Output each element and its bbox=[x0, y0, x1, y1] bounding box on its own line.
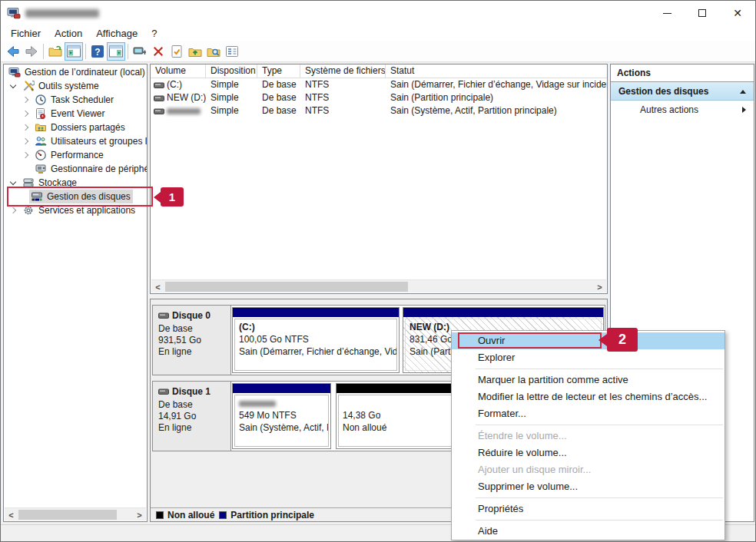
menu-action[interactable]: Action bbox=[48, 25, 89, 41]
show-console-tree-icon[interactable] bbox=[65, 42, 83, 61]
volume-layout: Simple bbox=[206, 104, 257, 117]
toolbar-separator bbox=[85, 44, 86, 59]
delete-icon[interactable] bbox=[149, 42, 167, 61]
menu-item-ajouter-disque-miroir: Ajouter un disque miroir... bbox=[452, 461, 724, 478]
collapse-icon[interactable] bbox=[740, 90, 746, 94]
menu-fichier[interactable]: Fichier bbox=[4, 25, 48, 41]
scroll-right-icon[interactable]: > bbox=[593, 280, 606, 293]
disk-0-label[interactable]: Disque 0 De base 931,51 Go En ligne bbox=[153, 306, 231, 375]
tree-item-utilisateurs-groupes[interactable]: Utilisateurs et groupes locaux bbox=[4, 134, 147, 148]
menu-item-aide[interactable]: Aide bbox=[452, 523, 724, 540]
tree-item-event-viewer[interactable]: Event Viewer bbox=[4, 107, 147, 121]
partition-title: (C:) bbox=[239, 321, 396, 333]
event-log-icon bbox=[35, 107, 47, 120]
column-header-volume[interactable]: Volume bbox=[151, 64, 206, 78]
tree-item-label: Utilisateurs et groupes locaux bbox=[51, 136, 147, 147]
tree-item-label: Gestion de l’ordinateur (local) bbox=[25, 67, 145, 78]
chevron-down-icon[interactable] bbox=[10, 180, 17, 187]
tree-item-label: Dossiers partagés bbox=[51, 122, 125, 133]
close-button[interactable]: ✕ bbox=[720, 1, 755, 25]
properties-list-icon[interactable] bbox=[223, 42, 241, 61]
performance-gauge-icon bbox=[35, 149, 47, 161]
volume-status: Sain (Partition principale) bbox=[386, 91, 607, 104]
toolbar-separator bbox=[128, 44, 128, 59]
help-icon[interactable]: ? bbox=[88, 42, 107, 61]
menu-item-reduire-volume[interactable]: Réduire le volume... bbox=[452, 445, 724, 461]
column-header-type[interactable]: Type bbox=[257, 64, 300, 78]
volume-type: De base bbox=[257, 104, 300, 117]
menu-item-proprietes[interactable]: Propriétés bbox=[452, 501, 724, 517]
partition-c[interactable]: (C:) 100,05 Go NTFS Sain (Démarrer, Fich… bbox=[232, 307, 400, 373]
menu-item-supprimer-volume[interactable]: Supprimer le volume... bbox=[452, 478, 724, 495]
disk-1-label[interactable]: Disque 1 De base 14,91 Go En ligne bbox=[153, 382, 231, 451]
tree-item-label: Services et applications bbox=[38, 205, 135, 216]
tree-item-label: Gestionnaire de périphériques bbox=[51, 164, 147, 174]
actions-section-gestion-des-disques[interactable]: Gestion des disques bbox=[611, 82, 754, 101]
open-folder-icon[interactable] bbox=[46, 42, 65, 61]
chevron-right-icon[interactable] bbox=[22, 152, 29, 159]
chevron-right-icon[interactable] bbox=[22, 111, 29, 117]
scrollbar-thumb[interactable] bbox=[18, 510, 117, 520]
tree-horizontal-scrollbar[interactable]: < > bbox=[5, 507, 146, 521]
tree-item-outils-systeme[interactable]: Outils système bbox=[4, 79, 147, 93]
volume-row-redacted[interactable]: Simple De base NTFS Sain (Système, Actif… bbox=[151, 104, 607, 117]
partition-size: 549 Mo NTFS bbox=[239, 409, 328, 421]
show-action-pane-icon[interactable] bbox=[107, 42, 125, 61]
annotation-badge-2: 2 bbox=[598, 328, 638, 352]
drive-icon bbox=[154, 81, 164, 89]
scroll-left-icon[interactable]: < bbox=[5, 508, 18, 521]
menu-item-modifier-lettre[interactable]: Modifier la lettre de lecteur et les che… bbox=[452, 388, 724, 405]
chevron-right-icon[interactable] bbox=[22, 124, 29, 131]
column-header-disposition[interactable]: Disposition bbox=[206, 64, 257, 78]
chevron-down-icon[interactable] bbox=[10, 83, 17, 90]
partition-system-redacted[interactable]: 549 Mo NTFS Sain (Système, Actif, Partit… bbox=[232, 383, 331, 449]
shared-folder-icon bbox=[35, 121, 47, 134]
chevron-right-icon[interactable] bbox=[22, 97, 29, 104]
users-icon bbox=[35, 135, 47, 147]
column-header-statut[interactable]: Statut bbox=[386, 64, 607, 78]
actions-item-autres-actions[interactable]: Autres actions bbox=[611, 101, 754, 119]
remote-view-icon[interactable] bbox=[131, 42, 149, 61]
annotation-box-2 bbox=[458, 332, 602, 349]
scroll-left-icon[interactable]: < bbox=[151, 280, 164, 293]
scrollbar-thumb[interactable] bbox=[165, 282, 408, 292]
tree-item-label: Task Scheduler bbox=[51, 94, 114, 105]
actions-item-label: Autres actions bbox=[640, 104, 698, 115]
menu-item-formater[interactable]: Formater... bbox=[452, 405, 724, 422]
menu-separator bbox=[476, 368, 723, 369]
badge-arrow-icon bbox=[154, 192, 161, 203]
menu-help[interactable]: ? bbox=[144, 25, 164, 41]
computer-icon bbox=[8, 66, 21, 78]
forward-arrow-icon[interactable] bbox=[22, 42, 41, 61]
minimize-button[interactable] bbox=[649, 1, 685, 25]
tree-item-task-scheduler[interactable]: Task Scheduler bbox=[4, 93, 147, 107]
chevron-right-icon[interactable] bbox=[10, 207, 17, 214]
volume-fs: NTFS bbox=[300, 78, 386, 91]
folder-search-icon[interactable] bbox=[204, 42, 223, 61]
tree-item-dossiers-partages[interactable]: Dossiers partagés bbox=[4, 121, 147, 134]
column-header-fs[interactable]: Système de fichiers bbox=[300, 64, 386, 78]
tree-item-gestionnaire-peripheriques[interactable]: Gestionnaire de périphériques bbox=[4, 162, 147, 176]
volume-layout: Simple bbox=[206, 91, 257, 104]
menu-separator bbox=[476, 425, 723, 425]
volume-horizontal-scrollbar[interactable]: < > bbox=[151, 279, 606, 292]
volume-type: De base bbox=[257, 91, 300, 104]
folder-up-icon[interactable] bbox=[186, 42, 204, 61]
disk-size: 14,91 Go bbox=[158, 411, 227, 422]
scroll-right-icon[interactable]: > bbox=[133, 508, 146, 521]
maximize-button[interactable] bbox=[685, 1, 720, 25]
tree-item-root[interactable]: Gestion de l’ordinateur (local) bbox=[4, 65, 147, 79]
volume-row-c[interactable]: (C:) Simple De base NTFS Sain (Démarrer,… bbox=[151, 78, 607, 91]
menu-item-explorer[interactable]: Explorer bbox=[452, 349, 724, 366]
validate-document-icon[interactable] bbox=[167, 42, 186, 61]
volume-row-new-d[interactable]: NEW (D:) Simple De base NTFS Sain (Parti… bbox=[151, 91, 607, 104]
chevron-right-icon[interactable] bbox=[22, 138, 29, 145]
tree-item-performance[interactable]: Performance bbox=[4, 148, 147, 162]
partition-size: 100,05 Go NTFS bbox=[239, 333, 396, 345]
volume-name: (C:) bbox=[167, 78, 182, 91]
badge-number: 1 bbox=[161, 187, 184, 207]
menu-affichage[interactable]: Affichage bbox=[89, 25, 144, 41]
actions-section-label: Gestion des disques bbox=[618, 86, 708, 97]
back-arrow-icon[interactable] bbox=[4, 42, 22, 61]
menu-item-marquer-partition-active[interactable]: Marquer la partition comme active bbox=[452, 372, 724, 388]
